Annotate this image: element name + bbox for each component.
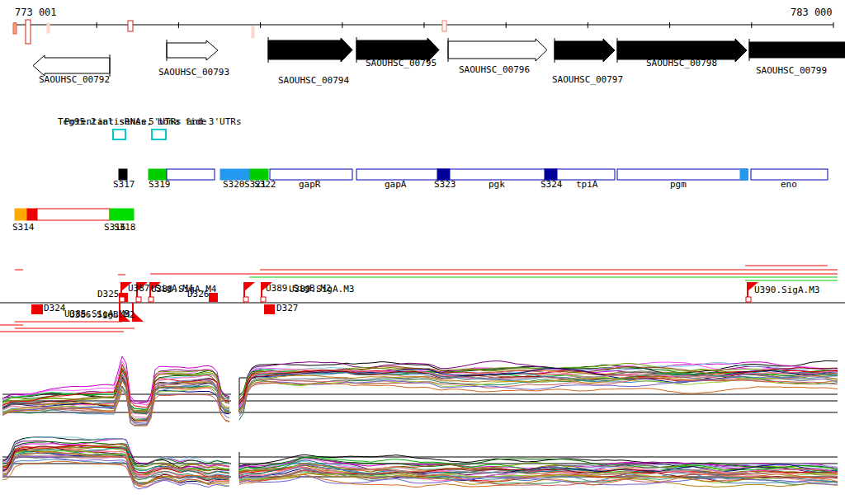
- gene-arrow-SAOUHSC_00798[interactable]: [617, 39, 747, 62]
- segment-box[interactable]: [545, 169, 557, 180]
- shift-base-square[interactable]: [746, 297, 751, 302]
- shift-base-square[interactable]: [149, 297, 153, 302]
- up-shift-flag[interactable]: [262, 282, 272, 291]
- gene-arrow-SAOUHSC_00797[interactable]: [555, 39, 615, 62]
- gene-arrow-SAOUHSC_00796[interactable]: [448, 39, 547, 61]
- segment-box[interactable]: [37, 209, 110, 220]
- down-shift-box[interactable]: [264, 304, 275, 314]
- ruler-tss-mark[interactable]: [252, 26, 254, 38]
- expression-profile-curve: [239, 377, 838, 412]
- segment-box[interactable]: [356, 169, 615, 180]
- shift-base-square[interactable]: [136, 297, 141, 302]
- srna-box[interactable]: [152, 130, 166, 139]
- segment-box[interactable]: [220, 169, 250, 180]
- ruler-tss-mark[interactable]: [13, 23, 17, 34]
- segment-box[interactable]: [167, 169, 215, 180]
- down-flag[interactable]: [133, 312, 144, 322]
- up-shift-flag[interactable]: [121, 282, 132, 291]
- shift-base-square[interactable]: [243, 297, 248, 302]
- srna-box[interactable]: [113, 130, 125, 139]
- expression-profile-curve: [239, 375, 838, 411]
- down-shift-box[interactable]: [209, 293, 218, 302]
- up-shift-flag[interactable]: [244, 282, 255, 291]
- expression-profile-curve: [239, 383, 838, 411]
- down-flag[interactable]: [120, 312, 130, 322]
- segment-box[interactable]: [149, 169, 167, 180]
- browser-graphics: [0, 0, 845, 504]
- segment-box[interactable]: [119, 169, 127, 180]
- gene-arrow-SAOUHSC_00794[interactable]: [268, 38, 352, 62]
- ruler-tss-mark[interactable]: [47, 23, 50, 33]
- shift-base-square[interactable]: [120, 297, 125, 302]
- segment-box[interactable]: [740, 169, 748, 180]
- segment-box[interactable]: [437, 169, 450, 180]
- segment-box[interactable]: [27, 209, 37, 220]
- segment-box[interactable]: [617, 169, 748, 180]
- up-shift-flag[interactable]: [137, 282, 148, 291]
- gene-arrow-SAOUHSC_00792[interactable]: [33, 55, 110, 76]
- shift-base-square[interactable]: [261, 297, 266, 302]
- genome-browser-view: { "ruler": { "start_label": "773 001", "…: [0, 0, 845, 504]
- segment-box[interactable]: [751, 169, 828, 180]
- ruler-tss-mark[interactable]: [128, 21, 133, 31]
- up-shift-flag[interactable]: [748, 282, 758, 291]
- down-shift-box[interactable]: [31, 304, 43, 314]
- gene-arrow-SAOUHSC_00795[interactable]: [356, 38, 439, 62]
- ruler-tss-mark[interactable]: [442, 21, 446, 31]
- gene-arrow-SAOUHSC_00793[interactable]: [167, 40, 218, 60]
- segment-box[interactable]: [250, 169, 268, 180]
- ruler-tss-mark[interactable]: [26, 20, 31, 44]
- segment-box[interactable]: [15, 209, 27, 220]
- segment-box[interactable]: [110, 209, 134, 220]
- gene-arrow-SAOUHSC_00799[interactable]: [749, 42, 845, 58]
- up-shift-flag[interactable]: [150, 282, 161, 291]
- segment-box[interactable]: [270, 169, 352, 180]
